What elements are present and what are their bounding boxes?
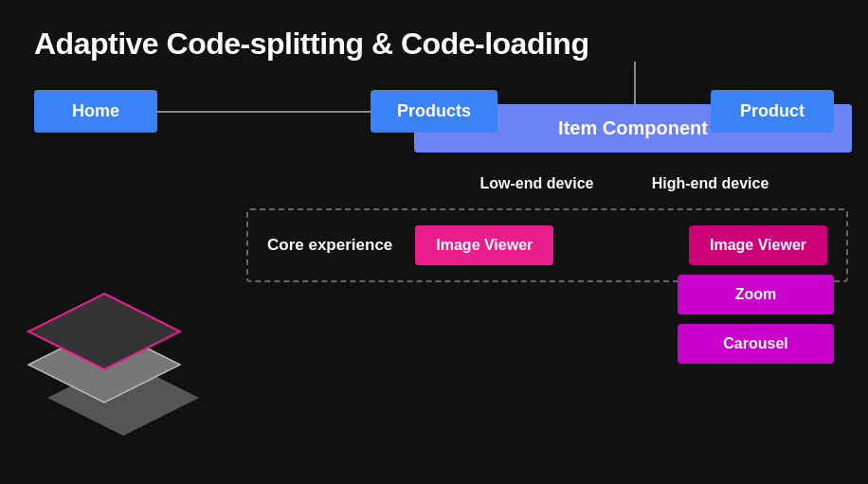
high-end-extras: Zoom Carousel xyxy=(678,275,834,364)
connector-home-products xyxy=(157,111,371,113)
image-viewer-high: Image Viewer xyxy=(689,225,827,265)
page-title: Adaptive Code-splitting & Code-loading xyxy=(34,27,834,62)
device-labels: Low-end device High-end device xyxy=(414,175,852,192)
zoom-box: Zoom xyxy=(678,275,834,314)
home-box: Home xyxy=(34,90,157,133)
core-experience-area: Core experience Image Viewer Image Viewe… xyxy=(246,208,848,282)
low-end-label: Low-end device xyxy=(463,175,610,192)
logo-diamond xyxy=(19,284,227,455)
route-row: Home Products Product xyxy=(34,90,834,133)
image-viewer-low: Image Viewer xyxy=(415,225,553,265)
core-experience-label: Core experience xyxy=(267,236,392,255)
logo-area xyxy=(19,284,208,445)
product-box: Product xyxy=(711,90,834,133)
page: Adaptive Code-splitting & Code-loading H… xyxy=(0,0,868,484)
high-end-label: High-end device xyxy=(637,175,784,192)
products-box: Products xyxy=(371,90,497,133)
carousel-box: Carousel xyxy=(678,324,834,364)
